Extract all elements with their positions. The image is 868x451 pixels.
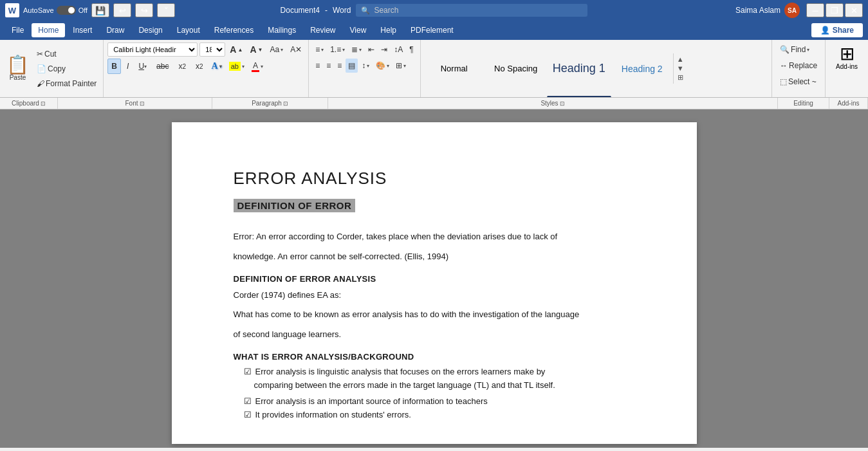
app-name-separator: -	[325, 6, 328, 15]
styles-group: Normal No Spacing Heading 1 Heading 2 ▲ …	[421, 40, 772, 97]
cut-button[interactable]: ✂ Cut	[34, 47, 99, 61]
align-right-button[interactable]: ≡	[335, 59, 344, 73]
undo-button[interactable]: ↩	[113, 3, 131, 17]
subscript-button[interactable]: x2	[174, 59, 190, 74]
font-dialog-icon[interactable]: ⊡	[140, 100, 145, 107]
strikethrough-button[interactable]: abc	[152, 59, 172, 74]
autosave-toggle[interactable]	[57, 6, 76, 15]
menu-view[interactable]: View	[344, 23, 373, 37]
paragraph-dialog-icon[interactable]: ⊡	[283, 100, 288, 107]
menu-help[interactable]: Help	[374, 23, 403, 37]
document-para3: Corder (1974) defines EA as:	[234, 289, 635, 302]
format-painter-button[interactable]: 🖌 Format Painter	[34, 77, 99, 91]
paste-button[interactable]: 📋 Paste	[4, 55, 32, 82]
bullets-button[interactable]: ≡▾	[313, 42, 326, 57]
search-input[interactable]	[374, 6, 582, 15]
quick-access-more-button[interactable]: ˅	[157, 3, 175, 17]
search-icon: 🔍	[361, 6, 370, 15]
heading1-container: DEFINITION OF ERROR	[234, 199, 635, 221]
increase-indent-button[interactable]: ⇥	[378, 42, 390, 57]
add-ins-button[interactable]: ⊞ Add-ins	[831, 42, 863, 73]
menu-pdfelement[interactable]: PDFelement	[404, 23, 460, 37]
styles-expand-button[interactable]: ⊞	[675, 73, 686, 82]
document-para1: Error: An error according to Corder, tak…	[234, 230, 635, 244]
change-case-button[interactable]: Aa▾	[267, 42, 286, 57]
restore-button[interactable]: ❐	[826, 3, 844, 17]
menu-mailings[interactable]: Mailings	[261, 23, 302, 37]
share-button[interactable]: 👤 Share	[811, 23, 863, 37]
document-bullet3: ☑ Error analysis is an important source …	[234, 396, 635, 406]
find-icon: 🔍	[780, 45, 790, 54]
share-label: Share	[833, 26, 854, 35]
align-center-button[interactable]: ≡	[324, 59, 333, 73]
styles-scroll-down-button[interactable]: ▼	[675, 64, 686, 73]
menu-home[interactable]: Home	[32, 23, 65, 37]
addins-section-label: Add-ins	[829, 98, 868, 109]
paste-label: Paste	[10, 74, 26, 81]
font-color-button[interactable]: A▾	[249, 59, 266, 73]
menu-file[interactable]: File	[5, 23, 30, 37]
highlight-color-button[interactable]: ab▾	[226, 59, 247, 73]
paragraph-section-label: Paragraph ⊡	[212, 98, 328, 109]
style-heading2-label: Heading 2	[622, 64, 663, 74]
align-left-button[interactable]: ≡	[313, 59, 322, 73]
redo-button[interactable]: ↪	[135, 3, 153, 17]
addins-label: Add-ins	[836, 63, 858, 70]
clipboard-dialog-icon[interactable]: ⊡	[41, 100, 46, 107]
line-spacing-button[interactable]: ↕▾	[359, 59, 372, 73]
save-button[interactable]: 💾	[91, 3, 109, 17]
menu-design[interactable]: Design	[132, 23, 169, 37]
menu-review[interactable]: Review	[304, 23, 342, 37]
styles-nav: ▲ ▼ ⊞	[673, 53, 687, 84]
bullet4-text: It provides information on students' err…	[255, 410, 411, 419]
text-effects-button[interactable]: A▾	[209, 59, 225, 73]
clear-formatting-button[interactable]: A✕	[288, 42, 304, 57]
font-grow-button[interactable]: A▲	[227, 42, 245, 57]
italic-button[interactable]: I	[123, 59, 133, 74]
document-para4: What has come to be known as error analy…	[234, 308, 635, 322]
numbering-button[interactable]: 1.≡▾	[328, 42, 347, 57]
document-page: ERROR ANALYSIS DEFINITION OF ERROR Error…	[172, 122, 697, 444]
styles-list: Normal No Spacing Heading 1 Heading 2	[423, 40, 673, 97]
document-bullet2: comparing between the errors made in the…	[234, 380, 635, 390]
close-button[interactable]: ✕	[845, 3, 863, 17]
clipboard-section-label: Clipboard ⊡	[0, 98, 58, 109]
document-heading1: DEFINITION OF ERROR	[234, 199, 356, 212]
styles-scroll-up-button[interactable]: ▲	[675, 55, 686, 64]
show-paragraph-button[interactable]: ¶	[407, 42, 416, 57]
menu-references[interactable]: References	[208, 23, 260, 37]
underline-button[interactable]: U▾	[134, 59, 151, 74]
menu-layout[interactable]: Layout	[171, 23, 207, 37]
ribbon: 📋 Paste ✂ Cut 📄 Copy 🖌 Format Painter Ca…	[0, 40, 868, 109]
decrease-indent-button[interactable]: ⇤	[365, 42, 377, 57]
document-section1: DEFINITION OF ERROR ANALYSIS	[234, 274, 635, 284]
multilevel-list-button[interactable]: ≣▾	[349, 42, 364, 57]
select-button[interactable]: ⬚ Select ~	[777, 75, 820, 89]
superscript-button[interactable]: x2	[192, 59, 207, 74]
style-normal[interactable]: Normal	[423, 40, 485, 97]
copy-button[interactable]: 📄 Copy	[34, 62, 99, 76]
minimize-button[interactable]: ─	[806, 3, 824, 17]
font-size-select[interactable]: 18	[199, 42, 225, 57]
user-area: Saima Aslam SA	[735, 3, 800, 18]
user-name: Saima Aslam	[735, 6, 780, 15]
bold-button[interactable]: B	[107, 59, 121, 74]
sort-button[interactable]: ↕A	[391, 42, 405, 57]
menu-insert[interactable]: Insert	[66, 23, 98, 37]
bullet1-text: Error analysis is linguistic analysis th…	[255, 367, 546, 376]
font-name-select[interactable]: Calibri Light (Headir	[107, 42, 198, 57]
shading-button[interactable]: 🎨▾	[373, 59, 392, 73]
font-shrink-button[interactable]: A▼	[247, 42, 265, 57]
style-no-spacing[interactable]: No Spacing	[485, 40, 547, 97]
style-heading2[interactable]: Heading 2	[611, 40, 673, 97]
search-box[interactable]: 🔍	[356, 4, 587, 17]
styles-dialog-icon[interactable]: ⊡	[560, 100, 565, 107]
menu-draw[interactable]: Draw	[100, 23, 131, 37]
justify-button[interactable]: ▤	[346, 59, 358, 73]
borders-button[interactable]: ⊞▾	[393, 59, 409, 73]
find-button[interactable]: 🔍 Find ▾	[777, 42, 820, 57]
replace-button[interactable]: ↔ Replace	[777, 59, 820, 73]
style-heading1[interactable]: Heading 1	[547, 40, 611, 97]
window-controls: ─ ❐ ✕	[806, 3, 863, 17]
section-labels: Clipboard ⊡ Font ⊡ Paragraph ⊡ Styles ⊡ …	[0, 98, 868, 109]
